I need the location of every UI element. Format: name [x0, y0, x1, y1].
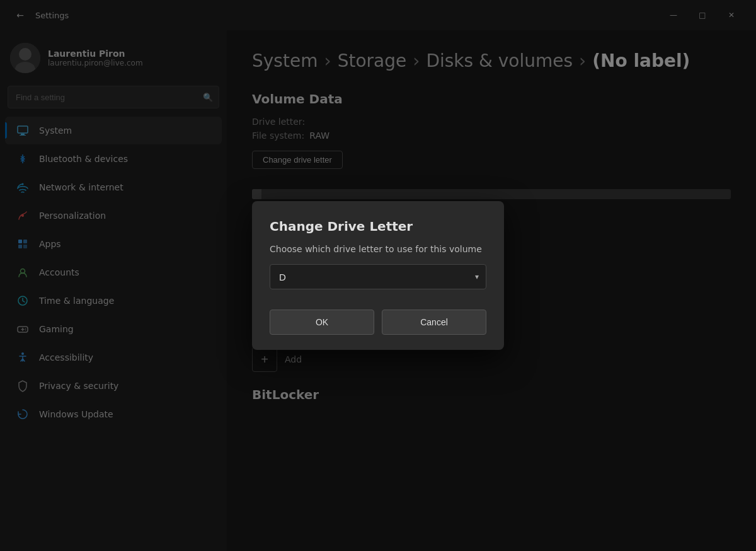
dialog-title: Change Drive Letter	[270, 219, 486, 234]
dialog-description: Choose which drive letter to use for thi…	[270, 244, 486, 254]
dialog-buttons: OK Cancel	[270, 310, 486, 335]
dialog-cancel-button[interactable]: Cancel	[382, 310, 486, 335]
drive-letter-select-wrap: C D E F G H I J K ▾	[270, 264, 486, 289]
dialog-overlay: Change Drive Letter Choose which drive l…	[0, 0, 756, 551]
drive-letter-select[interactable]: C D E F G H I J K	[270, 264, 486, 289]
change-drive-letter-dialog: Change Drive Letter Choose which drive l…	[252, 201, 504, 350]
dialog-ok-button[interactable]: OK	[270, 310, 374, 335]
